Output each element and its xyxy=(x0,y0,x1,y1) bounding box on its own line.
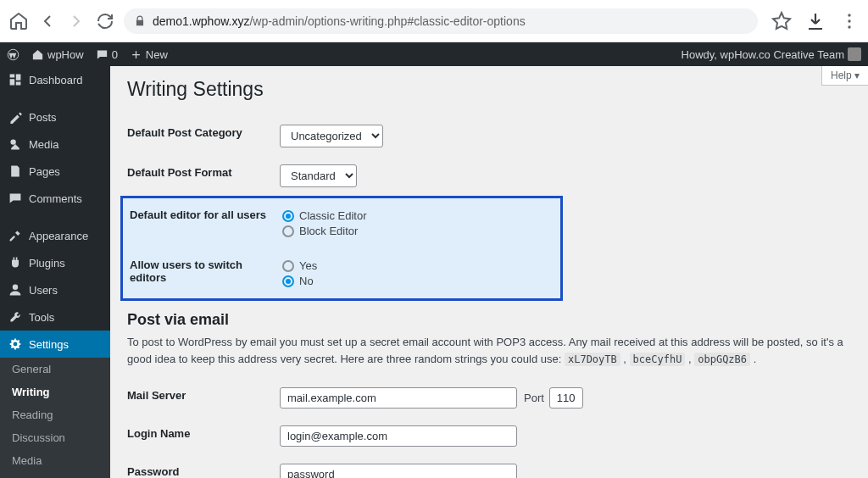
sidebar-sub-media[interactable]: Media xyxy=(0,449,110,472)
allow-switch-label: Allow users to switch editors xyxy=(130,248,282,298)
radio-allow-switch-no[interactable]: No xyxy=(282,275,554,287)
reload-icon[interactable] xyxy=(95,11,115,31)
default-editor-label: Default editor for all users xyxy=(130,198,282,248)
svg-point-1 xyxy=(848,19,850,22)
sidebar-sub-permalinks[interactable]: Permalinks xyxy=(0,472,110,478)
mail-server-label: Mail Server xyxy=(127,379,280,417)
sidebar-sub-writing[interactable]: Writing xyxy=(0,381,110,403)
url-host: demo1.wphow.xyz xyxy=(153,14,249,28)
wp-logo-icon[interactable] xyxy=(7,48,19,61)
default-post-category-label: Default Post Category xyxy=(127,116,280,156)
star-icon[interactable] xyxy=(771,11,792,31)
forward-arrow-icon xyxy=(66,11,86,31)
sidebar-sub-reading[interactable]: Reading xyxy=(0,403,110,426)
login-name-input[interactable] xyxy=(280,425,517,447)
sidebar-sub-general[interactable]: General xyxy=(0,358,110,381)
post-via-email-desc: To post to WordPress by email you must s… xyxy=(127,334,851,367)
sidebar-item-dashboard[interactable]: Dashboard xyxy=(0,66,110,93)
sidebar-item-posts[interactable]: Posts xyxy=(0,103,110,131)
port-input[interactable] xyxy=(549,387,583,409)
help-tab-button[interactable]: Help ▾ xyxy=(821,66,868,86)
main-content: Help ▾ Writing Settings Default Post Cat… xyxy=(110,66,868,478)
avatar xyxy=(848,47,861,61)
wp-admin-bar: wpHow 0 New Howdy, wpHow.co Creative Tea… xyxy=(0,42,868,66)
password-input[interactable] xyxy=(280,464,517,478)
url-path: /wp-admin/options-writing.php#classic-ed… xyxy=(249,14,525,28)
sidebar-item-comments[interactable]: Comments xyxy=(0,185,110,212)
sidebar-item-pages[interactable]: Pages xyxy=(0,158,110,185)
page-title: Writing Settings xyxy=(127,78,851,101)
new-content-button[interactable]: New xyxy=(130,48,168,61)
post-via-email-heading: Post via email xyxy=(127,311,851,329)
site-home-link[interactable]: wpHow xyxy=(31,48,84,61)
account-link[interactable]: Howdy, wpHow.co Creative Team xyxy=(682,47,861,61)
sidebar-item-plugins[interactable]: Plugins xyxy=(0,249,110,276)
default-post-format-label: Default Post Format xyxy=(127,156,280,196)
password-label: Password xyxy=(127,455,280,478)
radio-block-editor[interactable]: Block Editor xyxy=(282,225,554,237)
admin-sidebar: Dashboard Posts Media Pages Comments App… xyxy=(0,66,110,478)
more-menu-icon[interactable] xyxy=(839,11,860,31)
svg-point-2 xyxy=(848,25,850,28)
port-label: Port xyxy=(524,392,544,404)
svg-point-4 xyxy=(10,139,15,144)
radio-allow-switch-yes[interactable]: Yes xyxy=(282,259,554,272)
mail-server-input[interactable] xyxy=(280,387,517,409)
download-icon[interactable] xyxy=(805,11,826,31)
home-icon[interactable] xyxy=(8,11,29,31)
lock-icon xyxy=(134,15,146,27)
radio-classic-editor[interactable]: Classic Editor xyxy=(282,209,554,222)
default-post-category-select[interactable]: Uncategorized xyxy=(280,125,383,147)
address-bar[interactable]: demo1.wphow.xyz/wp-admin/options-writing… xyxy=(124,8,758,34)
sidebar-item-tools[interactable]: Tools xyxy=(0,303,110,331)
svg-point-5 xyxy=(13,285,18,290)
sidebar-item-appearance[interactable]: Appearance xyxy=(0,222,110,249)
login-name-label: Login Name xyxy=(127,417,280,455)
svg-point-0 xyxy=(848,14,850,16)
comments-count[interactable]: 0 xyxy=(96,48,118,61)
default-post-format-select[interactable]: Standard xyxy=(280,164,357,187)
sidebar-sub-discussion[interactable]: Discussion xyxy=(0,426,110,449)
classic-editor-options-highlight: Default editor for all users Classic Edi… xyxy=(120,196,563,301)
sidebar-item-settings[interactable]: Settings xyxy=(0,331,110,358)
sidebar-item-users[interactable]: Users xyxy=(0,276,110,303)
sidebar-item-media[interactable]: Media xyxy=(0,131,110,158)
back-arrow-icon[interactable] xyxy=(37,11,58,31)
browser-toolbar: demo1.wphow.xyz/wp-admin/options-writing… xyxy=(0,0,868,42)
